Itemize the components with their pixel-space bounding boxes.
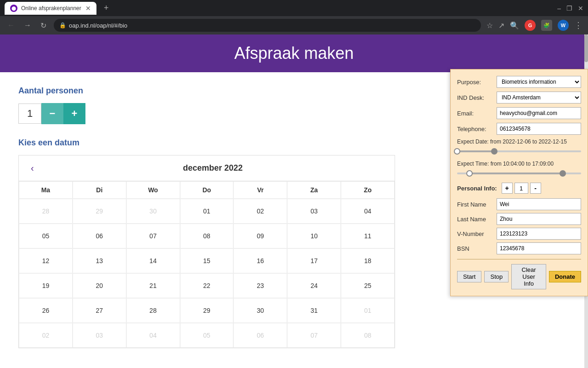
calendar-day: 29	[73, 199, 126, 224]
calendar-day[interactable]: 04	[341, 199, 395, 224]
main-content: Aantal personen 1 − + Kies een datum ‹ d…	[0, 72, 395, 362]
clear-user-info-button[interactable]: Clear User Info	[511, 264, 546, 289]
calendar-day[interactable]: 31	[287, 298, 341, 323]
tab-title: Online afsprakenplanner	[21, 5, 81, 12]
calendar-day-header: Di	[73, 181, 126, 199]
calendar-day-header: Vr	[233, 181, 287, 199]
page-header: Afspraak maken	[0, 34, 588, 72]
extension-icon[interactable]: 🧩	[541, 20, 552, 31]
calendar-grid: MaDiWoDoVrZaZo28293001020304050607080910…	[19, 181, 395, 348]
calendar-prev-button[interactable]: ‹	[26, 161, 39, 175]
aantal-minus-button[interactable]: −	[41, 103, 63, 124]
calendar-day[interactable]: 10	[287, 224, 341, 248]
calendar-day[interactable]: 09	[233, 224, 287, 248]
time-slider-fill	[469, 172, 563, 174]
calendar-day[interactable]: 29	[180, 298, 234, 323]
stop-button[interactable]: Stop	[484, 271, 509, 282]
calendar-day[interactable]: 16	[233, 248, 287, 273]
url-text: oap.ind.nl/oap/nl/#/bio	[69, 22, 127, 29]
expect-date-text: Expect Date: from 2022-12-06 to 2022-12-…	[457, 138, 581, 145]
calendar-day[interactable]: 01	[180, 199, 234, 224]
calendar-day[interactable]: 02	[233, 199, 287, 224]
calendar-day[interactable]: 30	[233, 298, 287, 323]
time-slider-thumb-right[interactable]	[560, 170, 566, 177]
aantal-value: 1	[18, 104, 41, 124]
page-scrollbar-thumb[interactable]	[584, 34, 588, 62]
calendar-day[interactable]: 23	[233, 273, 287, 298]
last-name-input[interactable]	[497, 213, 581, 225]
first-name-label: First Name	[457, 201, 494, 208]
calendar-day-header: Do	[180, 181, 234, 199]
date-slider-fill	[457, 150, 494, 152]
tab-close-button[interactable]: ✕	[85, 5, 91, 12]
calendar-day[interactable]: 06	[73, 224, 126, 248]
browser-titlebar: ⬤ Online afsprakenplanner ✕ + – ❐ ✕	[0, 0, 588, 16]
calendar-month-title: december 2022	[39, 163, 387, 173]
nav-forward-button[interactable]: →	[22, 19, 33, 31]
calendar-day[interactable]: 19	[19, 273, 73, 298]
profile-avatar-w[interactable]: W	[558, 20, 569, 31]
ind-desk-select[interactable]: IND AmsterdamIND Den HaagIND Rotterdam	[497, 92, 581, 104]
calendar-day[interactable]: 13	[73, 248, 126, 273]
page-title: Afspraak maken	[9, 44, 579, 63]
calendar-day[interactable]: 27	[73, 298, 126, 323]
calendar-day[interactable]: 12	[19, 248, 73, 273]
nav-reload-button[interactable]: ↻	[39, 19, 48, 32]
calendar-day[interactable]: 14	[126, 248, 180, 273]
telephone-input[interactable]	[497, 123, 581, 135]
calendar-day[interactable]: 21	[126, 273, 180, 298]
calendar-header: ‹ december 2022	[19, 155, 395, 181]
calendar-day[interactable]: 22	[180, 273, 234, 298]
calendar-day[interactable]: 24	[287, 273, 341, 298]
new-tab-button[interactable]: +	[100, 3, 113, 13]
calendar-day[interactable]: 05	[19, 224, 73, 248]
calendar-day[interactable]: 18	[341, 248, 395, 273]
calendar-day[interactable]: 20	[73, 273, 126, 298]
personal-info-label: Personal Info:	[457, 185, 497, 192]
purpose-select[interactable]: Biometrics informationOther	[497, 76, 581, 88]
personal-info-minus-button[interactable]: -	[530, 183, 541, 194]
action-buttons: Start Stop Clear User Info Donate	[457, 264, 581, 289]
share-icon[interactable]: ↗	[498, 21, 504, 30]
calendar-day[interactable]: 11	[341, 224, 395, 248]
calendar-day[interactable]: 25	[341, 273, 395, 298]
bsn-input[interactable]	[497, 242, 581, 254]
aantal-plus-button[interactable]: +	[63, 103, 85, 124]
calendar-day[interactable]: 15	[180, 248, 234, 273]
calendar-day-header: Zo	[341, 181, 395, 199]
date-slider-thumb-left[interactable]	[454, 148, 460, 155]
start-button[interactable]: Start	[457, 271, 481, 282]
toolbar-icons: ☆ ↗ 🔍 G 🧩 W ⋮	[486, 20, 582, 31]
time-slider-thumb-left[interactable]	[466, 170, 473, 177]
window-close-button[interactable]: ✕	[578, 5, 583, 12]
personal-info-plus-button[interactable]: +	[502, 183, 513, 194]
browser-menu-button[interactable]: ⋮	[574, 20, 582, 30]
v-number-input[interactable]	[497, 228, 581, 240]
v-number-row: V-Number	[457, 228, 581, 240]
first-name-input[interactable]	[497, 198, 581, 210]
nav-back-button[interactable]: ←	[6, 19, 17, 31]
window-maximize-button[interactable]: ❐	[566, 5, 572, 12]
browser-tab[interactable]: ⬤ Online afsprakenplanner ✕	[5, 2, 96, 15]
bookmark-icon[interactable]: ☆	[486, 21, 493, 30]
calendar: ‹ december 2022 MaDiWoDoVrZaZo2829300102…	[18, 155, 395, 348]
calendar-day[interactable]: 07	[126, 224, 180, 248]
aantal-container: 1 − +	[18, 103, 377, 124]
email-row: Email:	[457, 107, 581, 119]
bsn-label: BSN	[457, 245, 494, 252]
url-bar[interactable]: 🔒 oap.ind.nl/oap/nl/#/bio	[54, 19, 481, 32]
calendar-day[interactable]: 03	[287, 199, 341, 224]
profile-avatar-g[interactable]: G	[525, 20, 536, 31]
calendar-day[interactable]: 08	[180, 224, 234, 248]
calendar-day[interactable]: 17	[287, 248, 341, 273]
date-slider-thumb-right[interactable]	[491, 148, 498, 155]
calendar-day-header: Za	[287, 181, 341, 199]
window-minimize-button[interactable]: –	[557, 5, 561, 12]
calendar-day: 05	[180, 323, 234, 348]
calendar-day[interactable]: 26	[19, 298, 73, 323]
email-input[interactable]	[497, 107, 581, 119]
donate-button[interactable]: Donate	[549, 271, 581, 282]
zoom-icon[interactable]: 🔍	[510, 21, 519, 30]
calendar-day[interactable]: 28	[126, 298, 180, 323]
page-content: Afspraak maken Aantal personen 1 − + Kie…	[0, 34, 588, 368]
